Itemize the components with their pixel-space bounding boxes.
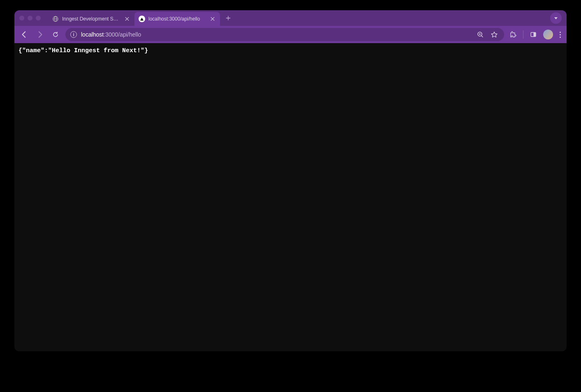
- url-text: localhost:3000/api/hello: [81, 31, 471, 38]
- chevron-down-icon: [554, 17, 558, 19]
- window-controls: [19, 16, 41, 21]
- back-button[interactable]: [19, 29, 30, 40]
- url-host: localhost: [81, 31, 104, 38]
- title-bar: Inngest Development Server localhost:300…: [14, 10, 567, 26]
- triangle-icon: [139, 16, 145, 22]
- toolbar-right: [508, 30, 562, 39]
- divider: [523, 30, 523, 39]
- maximize-window-button[interactable]: [36, 16, 41, 21]
- address-bar[interactable]: i localhost:3000/api/hello: [65, 28, 504, 41]
- response-body: {"name":"Hello Inngest from Next!"}: [19, 47, 562, 54]
- tabs-area: Inngest Development Server localhost:300…: [48, 10, 547, 26]
- zoom-icon[interactable]: [475, 30, 485, 39]
- close-window-button[interactable]: [19, 16, 24, 21]
- side-panel-icon[interactable]: [528, 30, 538, 39]
- tab-inngest-dev-server[interactable]: Inngest Development Server: [48, 12, 134, 26]
- bookmark-star-icon[interactable]: [489, 30, 499, 39]
- extensions-icon[interactable]: [508, 30, 518, 39]
- close-tab-icon[interactable]: [209, 16, 216, 22]
- browser-window: Inngest Development Server localhost:300…: [14, 10, 567, 351]
- close-tab-icon[interactable]: [124, 16, 130, 22]
- site-info-icon[interactable]: i: [70, 31, 77, 38]
- tab-title: localhost:3000/api/hello: [148, 16, 206, 22]
- forward-button[interactable]: [34, 29, 46, 40]
- url-path: :3000/api/hello: [104, 31, 141, 38]
- tabs-dropdown-button[interactable]: [550, 12, 562, 24]
- kebab-menu-icon[interactable]: [558, 30, 562, 39]
- tab-localhost-api-hello[interactable]: localhost:3000/api/hello: [134, 12, 220, 26]
- new-tab-button[interactable]: [222, 12, 234, 24]
- minimize-window-button[interactable]: [28, 16, 32, 21]
- reload-button[interactable]: [50, 29, 61, 40]
- tab-title: Inngest Development Server: [62, 16, 120, 22]
- profile-avatar[interactable]: [543, 30, 553, 39]
- page-content: {"name":"Hello Inngest from Next!"}: [14, 43, 567, 351]
- svg-rect-14: [534, 32, 536, 37]
- globe-icon: [52, 16, 59, 22]
- svg-line-10: [481, 36, 483, 37]
- toolbar: i localhost:3000/api/hello: [14, 26, 567, 43]
